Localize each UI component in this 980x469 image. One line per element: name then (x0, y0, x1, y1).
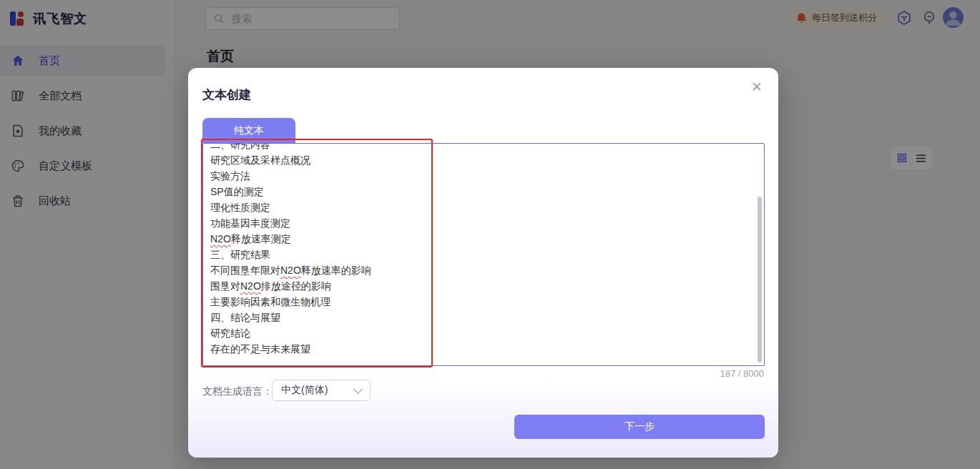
language-label: 文档生成语言： (202, 385, 273, 398)
outline-line: 三、研究结果 (210, 247, 757, 262)
outline-line: 围垦对N2O排放途径的影响 (210, 278, 757, 294)
text-create-modal: 文本创建 ✕ 纯文本 二、研究内容研究区域及采样点概况实验方法SP值的测定理化性… (188, 68, 778, 458)
outline-text-content: 二、研究内容研究区域及采样点概况实验方法SP值的测定理化性质测定功能基因丰度测定… (203, 143, 764, 357)
outline-line: 研究结论 (210, 325, 757, 341)
tab-plain-text[interactable]: 纯文本 (202, 118, 295, 143)
outline-line: 主要影响因素和微生物机理 (210, 294, 757, 310)
misspelled-token: N2O (280, 265, 301, 276)
outline-line: 存在的不足与未来展望 (210, 341, 757, 357)
outline-line: 理化性质测定 (210, 199, 757, 215)
outline-line: SP值的测定 (210, 184, 757, 199)
language-select[interactable]: 中文(简体) (272, 380, 371, 401)
textarea-scrollbar[interactable] (758, 197, 762, 362)
outline-line: 四、结论与展望 (210, 310, 757, 325)
outline-line: 不同围垦年限对N2O释放速率的影响 (210, 262, 757, 278)
misspelled-token: N2O (210, 233, 231, 245)
outline-line: 功能基因丰度测定 (210, 215, 757, 231)
outline-line: 二、研究内容 (210, 143, 757, 152)
outline-line: 研究区域及采样点概况 (210, 152, 757, 168)
misspelled-token: N2O (240, 280, 261, 292)
close-icon[interactable]: ✕ (751, 80, 763, 94)
outline-line: N2O释放速率测定 (210, 231, 757, 247)
modal-title: 文本创建 (202, 87, 251, 103)
chevron-down-icon (353, 385, 363, 394)
next-step-button[interactable]: 下一步 (514, 415, 765, 439)
char-count: 187 / 8000 (720, 368, 764, 379)
language-value: 中文(简体) (281, 384, 355, 397)
outline-textarea[interactable]: 二、研究内容研究区域及采样点概况实验方法SP值的测定理化性质测定功能基因丰度测定… (202, 143, 765, 366)
outline-line: 实验方法 (210, 168, 757, 184)
